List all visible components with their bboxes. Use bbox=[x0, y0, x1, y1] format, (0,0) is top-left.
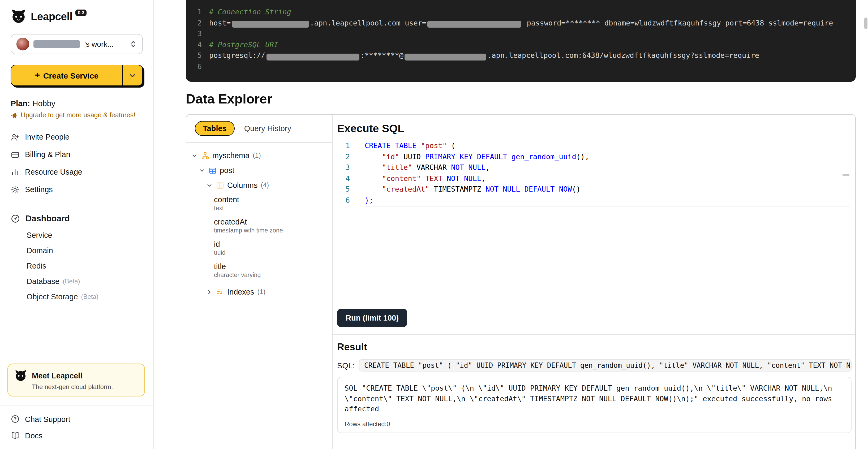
app-root: Leapcell 0.3 's work... + Create Service bbox=[0, 0, 868, 449]
promo-subtitle: The next-gen cloud platform. bbox=[32, 383, 138, 391]
promo-title: Meet Leapcell bbox=[32, 372, 82, 380]
subitem-label: Database bbox=[27, 277, 59, 286]
connection-code: 1# Connection String2host=.apn.leapcellp… bbox=[190, 6, 856, 72]
sidebar-item-invite-people[interactable]: Invite People bbox=[4, 128, 149, 146]
columns-icon bbox=[216, 181, 224, 189]
beta-badge: (Beta) bbox=[81, 293, 98, 300]
workspace-avatar bbox=[17, 38, 29, 51]
menu-label: Invite People bbox=[25, 133, 69, 141]
schema-tree: myschema (1) post bbox=[186, 143, 332, 304]
create-service-label-area[interactable]: + Create Service bbox=[11, 65, 122, 86]
chevron-right-icon[interactable] bbox=[207, 289, 213, 295]
chevron-down-icon[interactable] bbox=[192, 153, 198, 158]
subitem-label: Object Storage bbox=[27, 292, 78, 301]
chevrons-up-down-icon bbox=[129, 40, 137, 48]
menu-label: Billing & Plan bbox=[25, 150, 70, 159]
create-service-dropdown[interactable] bbox=[122, 65, 142, 86]
table-name: post bbox=[220, 166, 235, 174]
column-item-id[interactable]: id uuid bbox=[189, 240, 329, 256]
leapcell-logo-icon-small bbox=[14, 370, 27, 382]
sidebar-item-billing-plan[interactable]: Billing & Plan bbox=[4, 146, 149, 163]
user-plus-icon bbox=[11, 132, 20, 141]
sidebar-item-redis[interactable]: Redis bbox=[0, 258, 153, 274]
sidebar-item-database[interactable]: Database (Beta) bbox=[0, 274, 153, 289]
workspace-name-suffix: 's work... bbox=[85, 40, 114, 48]
plan-value: Hobby bbox=[32, 99, 56, 108]
column-item-content[interactable]: content text bbox=[189, 195, 329, 211]
indexes-group-count: (1) bbox=[257, 288, 266, 296]
columns-group-count: (4) bbox=[261, 182, 269, 189]
plan-label: Plan: bbox=[11, 99, 30, 108]
chevron-down-icon bbox=[128, 71, 136, 79]
leapcell-logo-icon bbox=[11, 8, 27, 24]
editor-underline bbox=[365, 206, 850, 206]
sidebar-item-object-storage[interactable]: Object Storage (Beta) bbox=[0, 289, 153, 304]
sidebar-item-chat-support[interactable]: Chat Support bbox=[0, 411, 153, 427]
column-item-title[interactable]: title character varying bbox=[189, 262, 329, 278]
column-type: timestamp with time zone bbox=[214, 227, 329, 233]
tab-tables[interactable]: Tables bbox=[195, 121, 235, 136]
plan-row: Plan: Hobby bbox=[11, 99, 143, 108]
explorer-tabs: Tables Query History bbox=[186, 115, 332, 143]
sidebar-item-dashboard[interactable]: Dashboard bbox=[0, 210, 153, 227]
schema-count: (1) bbox=[253, 152, 261, 159]
create-service-label: Create Service bbox=[43, 71, 99, 80]
upgrade-link[interactable]: Upgrade to get more usage & features! bbox=[11, 111, 143, 120]
dashboard-label: Dashboard bbox=[26, 214, 70, 223]
indexes-icon bbox=[216, 288, 224, 296]
result-output-text: SQL "CREATE TABLE \"post\" (\n \"id\" UU… bbox=[345, 383, 844, 414]
column-item-createdAt[interactable]: createdAt timestamp with time zone bbox=[189, 218, 329, 233]
executed-sql-row: SQL: CREATE TABLE "post" ( "id" UUID PRI… bbox=[337, 359, 851, 372]
tree-row-table-post[interactable]: post bbox=[189, 163, 329, 178]
upgrade-text: Upgrade to get more usage & features! bbox=[21, 111, 135, 120]
run-query-button[interactable]: Run (limit 100) bbox=[337, 309, 407, 327]
sidebar-item-domain[interactable]: Domain bbox=[0, 243, 153, 258]
sidebar-item-service[interactable]: Service bbox=[0, 227, 153, 243]
sql-editor[interactable]: 1CREATE TABLE "post" (2 "id" UUID PRIMAR… bbox=[337, 140, 851, 309]
footer-label: Docs bbox=[25, 431, 42, 440]
main-content: 1# Connection String2host=.apn.leapcellp… bbox=[154, 0, 868, 449]
execute-sql-area: Execute SQL 1CREATE TABLE "post" (2 "id"… bbox=[333, 115, 855, 449]
executed-sql-inline: CREATE TABLE "post" ( "id" UUID PRIMARY … bbox=[359, 359, 851, 372]
menu-label: Settings bbox=[25, 185, 53, 194]
help-circle-icon bbox=[11, 415, 20, 423]
footer-label: Chat Support bbox=[25, 415, 70, 423]
chevron-down-icon[interactable] bbox=[199, 167, 206, 173]
book-icon bbox=[11, 431, 20, 440]
sidebar-item-settings[interactable]: Settings bbox=[4, 181, 149, 198]
workspace-selector[interactable]: 's work... bbox=[11, 34, 143, 54]
promo-card[interactable]: Meet Leapcell The next-gen cloud platfor… bbox=[7, 363, 145, 396]
column-name: id bbox=[214, 240, 329, 248]
divider bbox=[0, 405, 153, 406]
tab-query-history[interactable]: Query History bbox=[244, 124, 291, 133]
page-scrollbar-thumb[interactable] bbox=[864, 18, 867, 29]
column-type: character varying bbox=[214, 272, 329, 278]
column-name: createdAt bbox=[214, 218, 329, 226]
sidebar-menu: Invite People Billing & Plan Resource Us… bbox=[0, 128, 153, 198]
columns-group-label: Columns bbox=[227, 181, 257, 190]
column-type: uuid bbox=[214, 250, 329, 256]
tree-row-schema[interactable]: myschema (1) bbox=[189, 148, 329, 163]
sql-code[interactable]: 1CREATE TABLE "post" (2 "id" UUID PRIMAR… bbox=[337, 140, 851, 205]
version-badge: 0.3 bbox=[76, 9, 87, 16]
plus-icon: + bbox=[35, 70, 40, 81]
page-title: Data Explorer bbox=[186, 91, 856, 107]
menu-label: Resource Usage bbox=[25, 168, 82, 176]
table-icon bbox=[209, 166, 217, 174]
editor-scrollbar-thumb[interactable] bbox=[842, 174, 849, 176]
tree-row-indexes-group[interactable]: Indexes (1) bbox=[189, 285, 329, 299]
execute-sql-title: Execute SQL bbox=[337, 122, 851, 135]
tree-row-columns-group[interactable]: Columns (4) bbox=[189, 178, 329, 193]
indexes-group-label: Indexes bbox=[227, 288, 254, 296]
data-explorer-panel: Tables Query History myschema (1) bbox=[186, 114, 856, 449]
chevron-down-icon[interactable] bbox=[207, 182, 213, 188]
sidebar-item-docs[interactable]: Docs bbox=[0, 427, 153, 444]
result-section: Result SQL: CREATE TABLE "post" ( "id" U… bbox=[337, 335, 851, 433]
schema-icon bbox=[201, 152, 209, 159]
explorer-sidebar: Tables Query History myschema (1) bbox=[186, 115, 333, 449]
create-service-button[interactable]: + Create Service bbox=[11, 65, 143, 86]
divider bbox=[0, 203, 153, 204]
sql-label: SQL: bbox=[337, 361, 354, 370]
sidebar-item-resource-usage[interactable]: Resource Usage bbox=[4, 163, 149, 181]
column-type: text bbox=[214, 205, 329, 211]
